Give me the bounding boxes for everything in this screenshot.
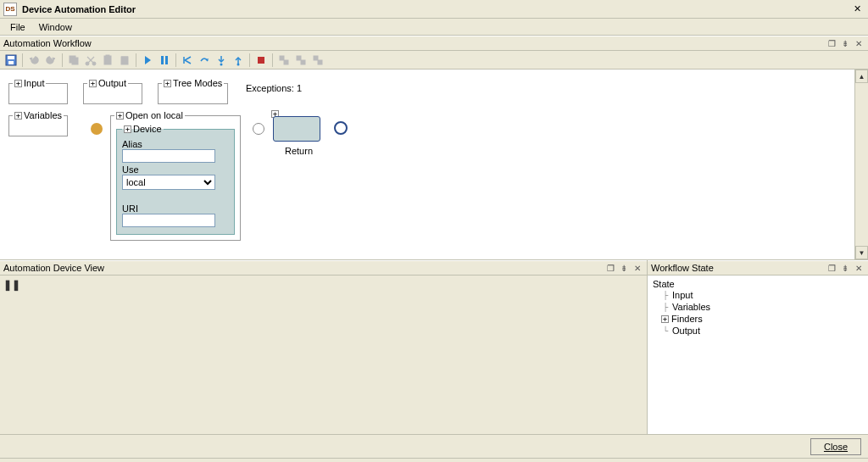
expand-icon[interactable]: + xyxy=(14,80,22,87)
pin-icon[interactable]: ⇟ xyxy=(839,37,851,49)
panel-header-workflow: Automation Workflow ❐ ⇟ ✕ xyxy=(0,36,868,51)
node-input[interactable]: +Input xyxy=(8,78,68,104)
close-button[interactable]: Close xyxy=(810,438,861,455)
titlebar: DS Device Automation Editor ✕ xyxy=(0,0,868,19)
tree-item-variables[interactable]: ├Variables xyxy=(661,301,863,313)
pause-icon: ❚❚ xyxy=(3,279,20,291)
pin-icon[interactable]: ⇟ xyxy=(839,262,851,274)
panel-close-icon[interactable]: ✕ xyxy=(853,262,865,274)
node-output[interactable]: +Output xyxy=(83,78,142,104)
return-node[interactable] xyxy=(273,116,320,142)
scrollbar[interactable]: ▲ ▼ xyxy=(854,70,868,259)
panel-title-workflow: Automation Workflow xyxy=(3,38,824,48)
device-view-content: ❚❚ xyxy=(0,276,647,434)
cut-icon[interactable] xyxy=(83,53,98,68)
expand-icon[interactable]: + xyxy=(164,80,171,87)
svg-rect-20 xyxy=(318,60,322,64)
group2-icon[interactable] xyxy=(293,53,309,68)
node-open-on-local[interactable]: +Open on local +Device Alias Use local U… xyxy=(110,110,241,241)
svg-rect-14 xyxy=(258,57,264,64)
tree-branch-icon: └ xyxy=(661,326,670,335)
panel-close-icon[interactable]: ✕ xyxy=(853,37,865,49)
step-over-icon[interactable] xyxy=(197,53,212,68)
delete-icon[interactable] xyxy=(117,53,132,68)
node-variables[interactable]: +Variables xyxy=(8,110,68,136)
panel-header-workflow-state: Workflow State ❐ ⇟ ✕ xyxy=(648,260,868,276)
alias-label: Alias xyxy=(122,139,229,149)
play-icon[interactable] xyxy=(140,53,155,68)
start-dot-icon xyxy=(91,123,103,135)
copy-icon[interactable] xyxy=(66,53,81,68)
app-icon: DS xyxy=(3,3,17,16)
svg-rect-8 xyxy=(106,55,109,57)
svg-rect-18 xyxy=(301,60,305,64)
group3-icon[interactable] xyxy=(310,53,326,68)
stop-icon[interactable] xyxy=(253,53,269,68)
panel-close-icon[interactable]: ✕ xyxy=(632,262,643,274)
step-back-icon[interactable] xyxy=(180,53,195,68)
panel-device-view: Automation Device View ❐ ⇟ ✕ ❚❚ xyxy=(0,260,648,434)
panel-title-workflow-state: Workflow State xyxy=(651,263,824,273)
svg-point-12 xyxy=(220,63,223,65)
node-input-label: Input xyxy=(24,78,44,88)
svg-rect-9 xyxy=(121,57,128,64)
tree-item-finders[interactable]: +Finders xyxy=(661,313,863,325)
tree-item-output[interactable]: └Output xyxy=(661,325,863,337)
return-label: Return xyxy=(285,146,313,156)
expand-icon[interactable]: + xyxy=(14,112,22,120)
footer: Close xyxy=(0,434,868,458)
connector-dot-icon xyxy=(253,123,264,135)
tree-root[interactable]: State ├Input ├Variables +Finders └Output xyxy=(653,279,863,337)
panel-title-device-view: Automation Device View xyxy=(3,263,603,273)
tree-branch-icon: ├ xyxy=(661,291,670,299)
paste-icon[interactable] xyxy=(100,53,115,68)
toolbar xyxy=(0,51,868,70)
node-tree-modes-label: Tree Modes xyxy=(173,78,222,88)
status-strip xyxy=(0,458,868,462)
svg-point-6 xyxy=(92,62,96,65)
alias-input[interactable] xyxy=(122,149,215,163)
expand-icon[interactable]: + xyxy=(89,80,97,87)
tree-branch-icon: ├ xyxy=(661,303,670,311)
pause-icon[interactable] xyxy=(157,53,172,68)
step-into-icon[interactable] xyxy=(214,53,229,68)
panel-header-device-view: Automation Device View ❐ ⇟ ✕ xyxy=(0,260,647,276)
uri-input[interactable] xyxy=(122,214,215,227)
window-close-button[interactable]: ✕ xyxy=(849,3,865,16)
step-out-icon[interactable] xyxy=(231,53,246,68)
panel-workflow-state: Workflow State ❐ ⇟ ✕ State ├Input ├Varia… xyxy=(648,260,868,434)
node-output-label: Output xyxy=(98,78,126,88)
svg-point-5 xyxy=(86,62,89,65)
expand-icon[interactable]: + xyxy=(124,125,131,133)
restore-icon[interactable]: ❐ xyxy=(604,262,616,274)
expand-icon[interactable]: + xyxy=(661,315,669,323)
exceptions-label: Exceptions: 1 xyxy=(246,83,302,93)
workflow-state-content: State ├Input ├Variables +Finders └Output xyxy=(648,276,868,434)
svg-rect-15 xyxy=(280,56,284,60)
node-device[interactable]: +Device Alias Use local URI xyxy=(116,124,235,235)
end-ring-icon xyxy=(334,121,348,135)
menu-window[interactable]: Window xyxy=(32,20,79,34)
undo-icon[interactable] xyxy=(26,53,42,68)
svg-rect-16 xyxy=(284,60,288,64)
restore-icon[interactable]: ❐ xyxy=(826,262,837,274)
node-tree-modes[interactable]: +Tree Modes xyxy=(158,78,228,104)
tree-item-input[interactable]: ├Input xyxy=(661,289,863,301)
tree-root-label: State xyxy=(653,279,863,289)
group1-icon[interactable] xyxy=(276,53,292,68)
expand-icon[interactable]: + xyxy=(116,112,124,120)
window-title: Device Automation Editor xyxy=(22,4,849,14)
svg-rect-1 xyxy=(8,56,14,59)
pin-icon[interactable]: ⇟ xyxy=(618,262,630,274)
svg-rect-11 xyxy=(165,56,168,64)
redo-icon[interactable] xyxy=(43,53,58,68)
workflow-canvas[interactable]: +Input +Output +Tree Modes Exceptions: 1… xyxy=(0,70,868,260)
restore-icon[interactable]: ❐ xyxy=(826,37,837,49)
scroll-up-icon[interactable]: ▲ xyxy=(855,70,868,83)
use-select[interactable]: local xyxy=(122,175,215,190)
svg-rect-4 xyxy=(72,58,78,64)
menu-file[interactable]: File xyxy=(3,20,32,34)
save-icon[interactable] xyxy=(3,53,19,68)
menubar: File Window xyxy=(0,19,868,36)
scroll-down-icon[interactable]: ▼ xyxy=(855,246,868,259)
